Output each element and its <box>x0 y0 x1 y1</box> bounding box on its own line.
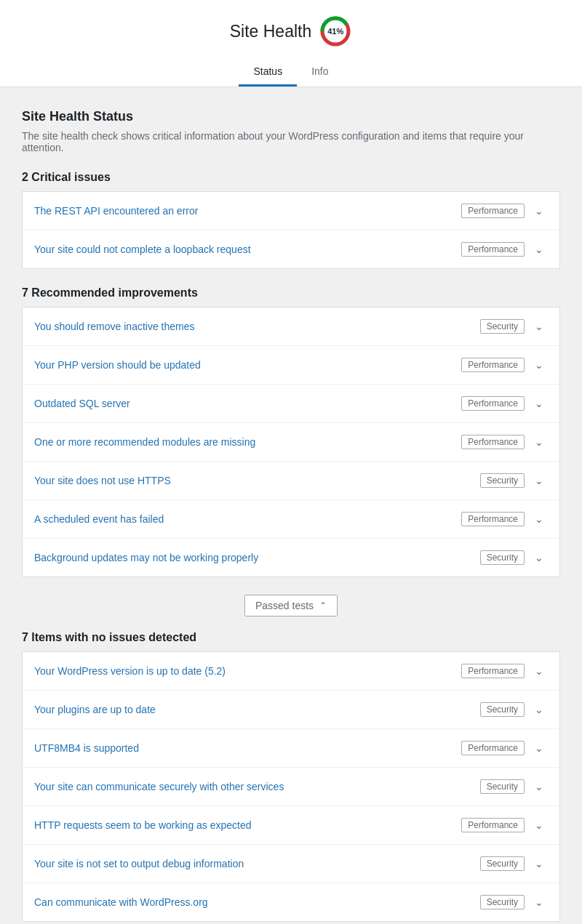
tag-badge: Performance <box>461 435 525 449</box>
issue-right: Security ⌄ <box>480 893 548 911</box>
chevron-down-icon[interactable]: ⌄ <box>530 395 548 412</box>
chevron-down-icon[interactable]: ⌄ <box>530 778 548 795</box>
issue-title: Outdated SQL server <box>34 398 461 409</box>
issue-right: Security ⌄ <box>480 549 548 566</box>
issue-title: Your WordPress version is up to date (5.… <box>34 665 461 677</box>
table-row[interactable]: Your PHP version should be updated Perfo… <box>23 346 559 385</box>
table-row[interactable]: Background updates may not be working pr… <box>23 539 559 577</box>
issue-right: Security ⌄ <box>480 778 548 795</box>
issue-title: UTF8MB4 is supported <box>34 742 461 754</box>
tag-badge: Security <box>480 550 525 565</box>
table-row[interactable]: HTTP requests seem to be working as expe… <box>23 806 559 845</box>
tag-badge: Performance <box>461 818 525 832</box>
table-row[interactable]: A scheduled event has failed Performance… <box>23 500 559 539</box>
tag-badge: Performance <box>461 358 525 372</box>
chevron-down-icon[interactable]: ⌄ <box>530 510 548 528</box>
issue-title: Your site can communicate securely with … <box>34 781 480 792</box>
passed-tests-button[interactable]: Passed tests ⌃ <box>244 595 338 616</box>
tag-badge: Performance <box>461 396 525 411</box>
issue-right: Security ⌄ <box>480 701 548 718</box>
tag-badge: Security <box>480 702 525 717</box>
tab-info[interactable]: Info <box>297 60 343 87</box>
issue-title: Your PHP version should be updated <box>34 359 461 371</box>
issue-title: Your site is not set to output debug inf… <box>34 858 480 869</box>
health-score-donut: 41% <box>319 15 352 48</box>
tag-badge: Security <box>480 319 525 334</box>
tag-badge: Performance <box>461 204 525 218</box>
passed-heading: 7 Items with no issues detected <box>22 631 560 644</box>
passed-tests-label: Passed tests <box>255 600 314 611</box>
issue-title: Can communicate with WordPress.org <box>34 896 480 908</box>
table-row[interactable]: Your WordPress version is up to date (5.… <box>23 652 559 691</box>
chevron-down-icon[interactable]: ⌄ <box>530 472 548 489</box>
page-title: Site Health <box>230 22 312 41</box>
passed-tests-section: Passed tests ⌃ <box>22 595 560 616</box>
tag-badge: Performance <box>461 512 525 526</box>
table-row[interactable]: The REST API encountered an error Perfor… <box>23 192 559 230</box>
chevron-down-icon[interactable]: ⌄ <box>530 701 548 718</box>
issue-right: Security ⌄ <box>480 855 548 872</box>
tag-badge: Security <box>480 895 525 909</box>
issue-right: Security ⌄ <box>480 472 548 489</box>
table-row[interactable]: Your plugins are up to date Security ⌄ <box>23 691 559 729</box>
chevron-down-icon[interactable]: ⌄ <box>530 739 548 757</box>
chevron-down-icon[interactable]: ⌄ <box>530 318 548 335</box>
issue-right: Performance ⌄ <box>461 816 548 834</box>
issue-right: Performance ⌄ <box>461 356 548 374</box>
issue-right: Performance ⌄ <box>461 739 548 757</box>
section-title: Site Health Status <box>22 109 560 124</box>
chevron-down-icon[interactable]: ⌄ <box>530 662 548 680</box>
chevron-down-icon[interactable]: ⌄ <box>530 202 548 220</box>
tag-badge: Security <box>480 856 525 871</box>
issue-title: The REST API encountered an error <box>34 205 461 217</box>
issue-title: You should remove inactive themes <box>34 321 480 332</box>
issue-right: Performance ⌄ <box>461 395 548 412</box>
table-row[interactable]: Outdated SQL server Performance ⌄ <box>23 385 559 423</box>
recommended-heading: 7 Recommended improvements <box>22 286 560 300</box>
issue-title: One or more recommended modules are miss… <box>34 436 461 448</box>
table-row[interactable]: You should remove inactive themes Securi… <box>23 308 559 346</box>
issue-title: Background updates may not be working pr… <box>34 552 480 563</box>
chevron-down-icon[interactable]: ⌄ <box>530 816 548 834</box>
recommended-issues-card: You should remove inactive themes Securi… <box>22 307 560 577</box>
issue-right: Performance ⌄ <box>461 241 548 258</box>
table-row[interactable]: Your site can communicate securely with … <box>23 768 559 806</box>
issue-title: A scheduled event has failed <box>34 513 461 525</box>
page-header: Site Health 41% Status Info <box>0 0 582 87</box>
table-row[interactable]: Your site does not use HTTPS Security ⌄ <box>23 462 559 500</box>
critical-issues-card: The REST API encountered an error Perfor… <box>22 191 560 269</box>
tag-badge: Performance <box>461 242 525 257</box>
table-row[interactable]: One or more recommended modules are miss… <box>23 423 559 462</box>
issue-title: Your site does not use HTTPS <box>34 475 480 486</box>
table-row[interactable]: UTF8MB4 is supported Performance ⌄ <box>23 729 559 768</box>
issue-right: Performance ⌄ <box>461 662 548 680</box>
chevron-down-icon[interactable]: ⌄ <box>530 356 548 374</box>
tag-badge: Performance <box>461 741 525 755</box>
chevron-down-icon[interactable]: ⌄ <box>530 241 548 258</box>
chevron-down-icon[interactable]: ⌄ <box>530 855 548 872</box>
health-percentage: 41% <box>327 27 343 36</box>
chevron-up-icon: ⌃ <box>319 600 327 611</box>
tabs-nav: Status Info <box>0 60 582 87</box>
issue-right: Security ⌄ <box>480 318 548 335</box>
tab-status[interactable]: Status <box>239 60 297 87</box>
tag-badge: Security <box>480 473 525 488</box>
chevron-down-icon[interactable]: ⌄ <box>530 893 548 911</box>
tag-badge: Security <box>480 779 525 794</box>
chevron-down-icon[interactable]: ⌄ <box>530 549 548 566</box>
critical-heading: 2 Critical issues <box>22 171 560 184</box>
main-content: Site Health Status The site health check… <box>7 87 575 924</box>
table-row[interactable]: Your site is not set to output debug inf… <box>23 845 559 883</box>
table-row[interactable]: Your site could not complete a loopback … <box>23 230 559 268</box>
issue-right: Performance ⌄ <box>461 202 548 220</box>
issue-title: Your plugins are up to date <box>34 704 480 715</box>
issue-title: HTTP requests seem to be working as expe… <box>34 819 461 831</box>
chevron-down-icon[interactable]: ⌄ <box>530 433 548 451</box>
tag-badge: Performance <box>461 664 525 678</box>
table-row[interactable]: Can communicate with WordPress.org Secur… <box>23 883 559 921</box>
issue-title: Your site could not complete a loopback … <box>34 244 461 255</box>
passed-items-card: Your WordPress version is up to date (5.… <box>22 651 560 922</box>
issue-right: Performance ⌄ <box>461 510 548 528</box>
section-description: The site health check shows critical inf… <box>22 130 560 153</box>
issue-right: Performance ⌄ <box>461 433 548 451</box>
